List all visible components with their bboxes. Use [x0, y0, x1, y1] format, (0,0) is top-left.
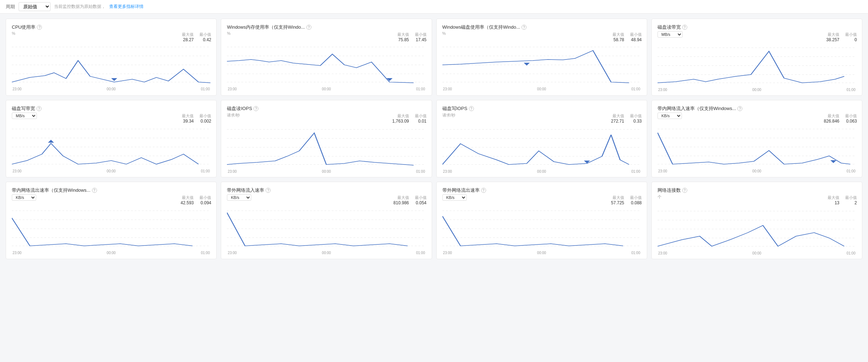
x-labels-disk-read-bw: 23:0000:0001:00 — [658, 88, 856, 92]
period-select[interactable]: 原始值 — [19, 2, 50, 11]
chart-title-win-disk: Windows磁盘使用率（仅支持Windo...? — [442, 24, 641, 30]
chart-area-cpu — [12, 40, 210, 86]
chart-card-cpu: CPU使用率?% 最大值 28.27 最小值 0.42 23:0000:0001… — [6, 19, 217, 96]
unit-select-net-in-bw[interactable]: KB/s — [658, 113, 682, 119]
unit-select-ext-net-out[interactable]: KB/s — [442, 194, 467, 201]
x-labels-win-mem: 23:0000:0001:00 — [227, 87, 426, 91]
charts-grid: CPU使用率?% 最大值 28.27 最小值 0.42 23:0000:0001… — [0, 14, 868, 264]
x-labels-disk-write-iops: 23:0000:0001:00 — [442, 170, 641, 173]
help-icon-net-in-bw[interactable]: ? — [737, 106, 742, 111]
chart-area-disk-read-bw — [658, 41, 856, 87]
svg-marker-39 — [584, 161, 590, 163]
unit-label-cpu: % — [12, 31, 15, 35]
chart-card-win-disk: Windows磁盘使用率（仅支持Windo...?% 最大值 58.78 最小值… — [436, 19, 647, 96]
chart-card-net-conn: 网络连接数?个 最大值 13 最小值 2 23:0000:0001:00 — [651, 182, 862, 259]
unit-row-disk-write-bw: MB/s — [12, 113, 210, 119]
svg-marker-5 — [111, 78, 117, 81]
help-icon-ext-net-out[interactable]: ? — [481, 188, 486, 193]
chart-card-disk-read-bw: 磁盘读带宽?MB/s 最大值 38.257 最小值 0 23:0000:0001… — [651, 19, 862, 96]
help-icon-disk-write-bw[interactable]: ? — [37, 106, 42, 111]
unit-row-win-mem: % — [227, 31, 426, 37]
chart-area-net-in-bw — [658, 122, 856, 168]
chart-title-disk-read-bw: 磁盘读带宽? — [658, 24, 856, 30]
chart-area-disk-write-iops — [442, 122, 641, 169]
x-labels-net-conn: 23:0000:0001:00 — [658, 251, 856, 255]
unit-row-win-disk: % — [442, 31, 641, 37]
chart-title-disk-read-iops: 磁盘读IOPS? — [227, 105, 426, 112]
unit-label-win-mem: % — [227, 31, 231, 35]
chart-card-net-out-rate: 带内网络流出速率（仅支持Windows...?KB/s 最大值 42.593 最… — [6, 182, 217, 259]
help-icon-net-conn[interactable]: ? — [682, 188, 687, 193]
chart-card-disk-write-iops: 磁盘写IOPS?请求/秒 最大值 272.71 最小值 0.33 23:0000… — [436, 100, 647, 177]
chart-title-ext-net-in: 带外网络流入速率? — [227, 187, 426, 194]
help-icon-disk-read-bw[interactable]: ? — [682, 25, 687, 30]
x-labels-win-disk: 23:0000:0001:00 — [442, 87, 641, 91]
unit-select-net-out-rate[interactable]: KB/s — [12, 194, 36, 201]
chart-card-win-mem: Windows内存使用率（仅支持Windo...?% 最大值 75.85 最小值… — [221, 19, 432, 96]
chart-card-disk-write-bw: 磁盘写带宽?MB/s 最大值 39.34 最小值 0.002 23:0000:0… — [6, 100, 217, 177]
chart-area-win-disk — [442, 40, 641, 86]
chart-area-net-conn — [658, 204, 856, 251]
chart-card-ext-net-out: 带外网络流出速率?KB/s 最大值 57.725 最小值 0.088 23:00… — [436, 182, 647, 259]
detail-link[interactable]: 查看更多指标详情 — [109, 4, 144, 10]
x-labels-ext-net-out: 23:0000:0001:00 — [442, 251, 641, 255]
unit-select-disk-write-bw[interactable]: MB/s — [12, 113, 37, 119]
chart-title-disk-write-bw: 磁盘写带宽? — [12, 105, 210, 112]
unit-select-disk-read-bw[interactable]: MB/s — [658, 31, 683, 38]
chart-area-disk-write-bw — [12, 122, 210, 168]
chart-area-win-mem — [227, 40, 426, 86]
chart-title-ext-net-out: 带外网络流出速率? — [442, 187, 641, 194]
chart-area-net-out-rate — [12, 204, 210, 250]
svg-marker-17 — [524, 63, 530, 66]
chart-card-net-in-bw: 带内网络流入速率（仅支持Windows...?KB/s 最大值 826.846 … — [651, 100, 862, 177]
chart-title-cpu: CPU使用率? — [12, 24, 210, 30]
chart-title-disk-write-iops: 磁盘写IOPS? — [442, 105, 641, 112]
help-icon-net-out-rate[interactable]: ? — [92, 188, 97, 193]
chart-title-net-in-bw: 带内网络流入速率（仅支持Windows...? — [658, 105, 856, 112]
help-icon-disk-read-iops[interactable]: ? — [253, 106, 258, 111]
unit-label-disk-read-iops: 请求/秒 — [227, 113, 240, 118]
unit-label-disk-write-iops: 请求/秒 — [442, 113, 455, 118]
chart-area-disk-read-iops — [227, 122, 426, 169]
x-labels-net-out-rate: 23:0000:0001:00 — [12, 251, 210, 255]
chart-area-ext-net-in — [227, 204, 426, 250]
svg-marker-28 — [48, 140, 54, 143]
unit-row-cpu: % — [12, 31, 210, 37]
help-icon-disk-write-iops[interactable]: ? — [469, 106, 474, 111]
unit-label-net-conn: 个 — [658, 194, 661, 200]
unit-label-win-disk: % — [442, 31, 446, 35]
svg-marker-45 — [830, 160, 837, 163]
hint-text: 当前监控数据为原始数据， — [54, 4, 106, 10]
period-label: 周期 — [6, 4, 15, 10]
chart-title-win-mem: Windows内存使用率（仅支持Windo...? — [227, 24, 426, 30]
x-labels-cpu: 23:0000:0001:00 — [12, 87, 210, 91]
unit-row-net-conn: 个 — [658, 194, 856, 201]
help-icon-win-mem[interactable]: ? — [306, 25, 311, 30]
unit-select-ext-net-in[interactable]: KB/s — [227, 194, 251, 201]
chart-title-net-conn: 网络连接数? — [658, 187, 856, 194]
x-labels-ext-net-in: 23:0000:0001:00 — [227, 251, 426, 255]
help-icon-cpu[interactable]: ? — [37, 25, 42, 30]
x-labels-net-in-bw: 23:0000:0001:00 — [658, 169, 856, 173]
help-icon-win-disk[interactable]: ? — [522, 25, 527, 30]
chart-card-ext-net-in: 带外网络流入速率?KB/s 最大值 810.986 最小值 0.054 23:0… — [221, 182, 432, 259]
help-icon-ext-net-in[interactable]: ? — [266, 188, 271, 193]
chart-title-net-out-rate: 带内网络流出速率（仅支持Windows...? — [12, 187, 210, 194]
top-bar: 周期 原始值 当前监控数据为原始数据， 查看更多指标详情 — [0, 0, 868, 14]
x-labels-disk-read-iops: 23:0000:0001:00 — [227, 170, 426, 173]
chart-area-ext-net-out — [442, 204, 641, 250]
x-labels-disk-write-bw: 23:0000:0001:00 — [12, 169, 210, 173]
chart-card-disk-read-iops: 磁盘读IOPS?请求/秒 最大值 1,763.09 最小值 0.01 23:00… — [221, 100, 432, 177]
